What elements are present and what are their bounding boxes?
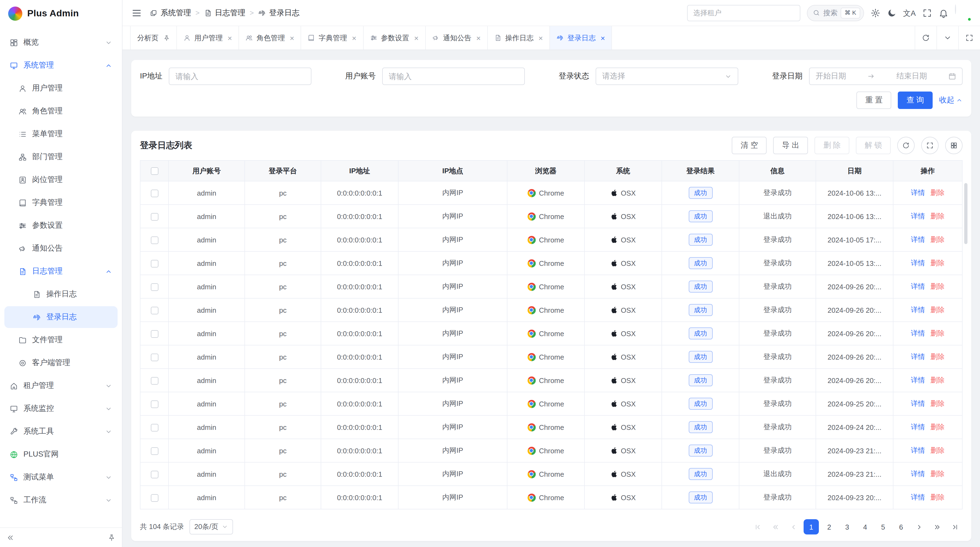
- tab[interactable]: 字典管理 ×: [301, 26, 363, 49]
- sidebar-item[interactable]: 部门管理: [4, 146, 118, 168]
- delete-link[interactable]: 删除: [931, 235, 945, 244]
- breadcrumb-item-log-mgmt[interactable]: 日志管理: [204, 8, 245, 18]
- delete-link[interactable]: 删除: [931, 399, 945, 408]
- pin-sidebar-icon[interactable]: [108, 534, 115, 541]
- sidebar-item[interactable]: 系统工具: [4, 421, 118, 442]
- status-select[interactable]: 请选择: [596, 67, 738, 85]
- row-checkbox[interactable]: [151, 400, 158, 408]
- sidebar-item[interactable]: 系统管理: [4, 54, 118, 76]
- sidebar-item[interactable]: 概览: [4, 32, 118, 53]
- detail-link[interactable]: 详情: [911, 188, 925, 197]
- column-settings-button[interactable]: [945, 137, 963, 154]
- prev-page-button[interactable]: [786, 519, 801, 534]
- tab[interactable]: 参数设置 ×: [363, 26, 425, 49]
- sidebar-item[interactable]: 文件管理: [4, 329, 118, 351]
- sidebar-item[interactable]: 用户管理: [4, 77, 118, 99]
- ip-input[interactable]: [169, 67, 312, 85]
- export-button[interactable]: 导 出: [773, 137, 808, 154]
- app-logo[interactable]: Plus Admin: [0, 0, 122, 27]
- dark-mode-moon-icon[interactable]: [887, 8, 896, 18]
- detail-link[interactable]: 详情: [911, 352, 925, 361]
- tab[interactable]: 分析页: [130, 26, 177, 49]
- global-search[interactable]: 搜索 ⌘ K: [807, 5, 864, 21]
- sidebar-item[interactable]: 参数设置: [4, 215, 118, 236]
- page-button-2[interactable]: 2: [822, 519, 837, 534]
- detail-link[interactable]: 详情: [911, 399, 925, 408]
- page-button-5[interactable]: 5: [875, 519, 891, 534]
- clear-button[interactable]: 清 空: [732, 137, 767, 154]
- delete-link[interactable]: 删除: [931, 352, 945, 361]
- detail-link[interactable]: 详情: [911, 470, 925, 478]
- detail-link[interactable]: 详情: [911, 235, 925, 244]
- sidebar-item[interactable]: 系统监控: [4, 398, 118, 419]
- tab[interactable]: 操作日志 ×: [488, 26, 550, 49]
- page-button-4[interactable]: 4: [858, 519, 873, 534]
- delete-button[interactable]: 删 除: [815, 137, 850, 154]
- tab[interactable]: 登录日志 ×: [550, 26, 612, 49]
- menu-toggle-icon[interactable]: [131, 7, 142, 18]
- row-checkbox[interactable]: [151, 330, 158, 338]
- page-button-1[interactable]: 1: [803, 519, 819, 534]
- date-range-picker[interactable]: 开始日期 结束日期: [809, 67, 963, 85]
- detail-link[interactable]: 详情: [911, 376, 925, 384]
- close-tab-icon[interactable]: ×: [414, 34, 418, 41]
- translate-icon[interactable]: 文A: [903, 9, 916, 17]
- delete-link[interactable]: 删除: [931, 306, 945, 314]
- row-checkbox[interactable]: [151, 377, 158, 384]
- tab[interactable]: 通知公告 ×: [426, 26, 488, 49]
- close-tab-icon[interactable]: ×: [352, 34, 356, 41]
- delete-link[interactable]: 删除: [931, 470, 945, 478]
- row-checkbox[interactable]: [151, 494, 158, 502]
- detail-link[interactable]: 详情: [911, 306, 925, 314]
- close-tab-icon[interactable]: ×: [601, 34, 605, 41]
- breadcrumb-item-system-mgmt[interactable]: 系统管理: [150, 8, 191, 18]
- next-page-button[interactable]: [912, 519, 927, 534]
- query-button[interactable]: 查 询: [898, 91, 932, 109]
- page-button-3[interactable]: 3: [840, 519, 855, 534]
- last-page-button[interactable]: [947, 519, 963, 534]
- sidebar-item[interactable]: 测试菜单: [4, 466, 118, 488]
- sidebar-item[interactable]: 客户端管理: [4, 352, 118, 374]
- breadcrumb-item-login-log[interactable]: 登录日志: [258, 8, 299, 18]
- close-tab-icon[interactable]: ×: [228, 34, 232, 41]
- row-checkbox[interactable]: [151, 190, 158, 197]
- table-fullscreen-button[interactable]: [921, 137, 939, 154]
- detail-link[interactable]: 详情: [911, 259, 925, 267]
- page-button-6[interactable]: 6: [893, 519, 909, 534]
- next-5-pages-button[interactable]: [929, 519, 945, 534]
- first-page-button[interactable]: [750, 519, 765, 534]
- sidebar-item[interactable]: 角色管理: [4, 100, 118, 122]
- sidebar-item[interactable]: 字典管理: [4, 192, 118, 214]
- row-checkbox[interactable]: [151, 283, 158, 291]
- user-avatar[interactable]: [955, 5, 971, 21]
- row-checkbox[interactable]: [151, 307, 158, 314]
- unlock-button[interactable]: 解 锁: [856, 137, 891, 154]
- delete-link[interactable]: 删除: [931, 329, 945, 337]
- sidebar-item[interactable]: 日志管理: [4, 260, 118, 282]
- content-fullscreen-button[interactable]: [958, 26, 980, 49]
- refresh-table-button[interactable]: [897, 137, 915, 154]
- notifications-bell-icon[interactable]: [939, 8, 948, 18]
- row-checkbox[interactable]: [151, 213, 158, 221]
- detail-link[interactable]: 详情: [911, 212, 925, 220]
- delete-link[interactable]: 删除: [931, 446, 945, 455]
- table-scrollbar-thumb[interactable]: [964, 183, 967, 244]
- delete-link[interactable]: 删除: [931, 376, 945, 384]
- collapse-filter-link[interactable]: 收起: [939, 95, 963, 105]
- close-tab-icon[interactable]: ×: [290, 34, 294, 41]
- tab[interactable]: 用户管理 ×: [177, 26, 239, 49]
- delete-link[interactable]: 删除: [931, 259, 945, 267]
- sidebar-item[interactable]: PLUS官网: [4, 443, 118, 465]
- sidebar-item[interactable]: 菜单管理: [4, 123, 118, 145]
- sidebar-item[interactable]: 登录日志: [4, 306, 118, 328]
- detail-link[interactable]: 详情: [911, 282, 925, 290]
- tenant-select[interactable]: [687, 5, 800, 21]
- settings-gear-icon[interactable]: [870, 8, 880, 18]
- sidebar-item[interactable]: 操作日志: [4, 283, 118, 305]
- detail-link[interactable]: 详情: [911, 329, 925, 337]
- sidebar-item[interactable]: 工作流: [4, 489, 118, 511]
- page-size-select[interactable]: 20条/页: [189, 519, 233, 534]
- tab-menu-chevron-button[interactable]: [937, 26, 958, 49]
- select-all-checkbox[interactable]: [151, 167, 158, 175]
- reset-button[interactable]: 重 置: [856, 91, 891, 109]
